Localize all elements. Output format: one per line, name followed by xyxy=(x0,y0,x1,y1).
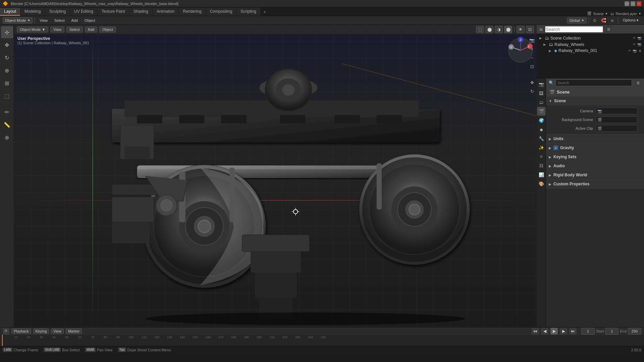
playback-menu[interactable]: Playback xyxy=(11,328,31,334)
units-section-header[interactable]: ▶ Units xyxy=(546,134,644,143)
properties-search-input[interactable] xyxy=(556,79,632,86)
snap-icon[interactable]: 🧲 xyxy=(600,17,607,24)
end-frame-input[interactable]: 250 xyxy=(628,328,641,335)
tab-scripting[interactable]: Scripting xyxy=(236,8,260,16)
next-frame-button[interactable]: ▶ xyxy=(560,328,567,335)
tab-rendering[interactable]: Rendering xyxy=(179,8,205,16)
background-scene-value[interactable]: 🎬 xyxy=(596,116,637,123)
scene-properties-icon[interactable]: 🎬 xyxy=(537,107,546,116)
scene-section-header[interactable]: ▼ Scene xyxy=(546,97,644,105)
view-menu[interactable]: View xyxy=(37,18,50,23)
rotate-tool[interactable]: ↻ xyxy=(1,52,13,64)
timeline-view-menu[interactable]: View xyxy=(51,328,64,334)
view-layer-properties-icon[interactable]: 🗂 xyxy=(537,98,546,107)
gravity-section-header[interactable]: ▶ ✓ Gravity xyxy=(546,143,644,152)
tab-layout[interactable]: Layout xyxy=(0,8,20,16)
render-layer-selector[interactable]: 🗂 RenderLayer ▼ xyxy=(610,12,641,16)
camera-value[interactable]: 📷 xyxy=(596,108,637,114)
move-tool[interactable]: ✥ xyxy=(1,39,13,51)
viewport-select-menu[interactable]: Select xyxy=(66,26,83,33)
scale-tool[interactable]: ⊕ xyxy=(1,64,13,76)
mesh-visibility[interactable]: 👁 xyxy=(628,49,631,53)
rotate-view-button[interactable]: ↻ xyxy=(528,87,536,95)
tab-compositing[interactable]: Compositing xyxy=(206,8,236,16)
outliner-search-input[interactable] xyxy=(545,26,603,33)
marker-menu[interactable]: Marker xyxy=(66,328,82,334)
collection-render[interactable]: 📷 xyxy=(637,43,641,46)
options-button[interactable]: Options ▾ xyxy=(620,17,641,23)
data-properties-icon[interactable]: 📊 xyxy=(537,170,546,179)
transform-orientation-dropdown[interactable]: Global ▼ xyxy=(567,17,587,23)
scene-collection-visibility[interactable]: 👁 xyxy=(633,36,636,40)
viewport-view-menu[interactable]: View xyxy=(50,26,64,33)
add-tool[interactable]: ⊕ xyxy=(1,131,13,143)
timeline-type-icon[interactable]: ⏱ xyxy=(3,328,9,335)
viewport-shading-material[interactable]: ◑ xyxy=(495,26,503,33)
tab-animation[interactable]: Animation xyxy=(153,8,178,16)
constraints-properties-icon[interactable]: ⛓ xyxy=(537,161,546,170)
jump-end-button[interactable]: ⏭ xyxy=(569,328,577,335)
render-properties-icon[interactable]: 📷 xyxy=(537,80,546,88)
object-properties-icon[interactable]: ◆ xyxy=(537,125,546,134)
keying-sets-header[interactable]: ▶ Keying Sets xyxy=(546,153,644,161)
select-box-tool[interactable]: ⬚ xyxy=(1,90,13,102)
frame-all-button[interactable]: ⊡ xyxy=(528,62,536,70)
add-workspace-button[interactable]: + xyxy=(261,8,269,16)
annotate-tool[interactable]: ✏ xyxy=(1,106,13,118)
minimize-button[interactable]: — xyxy=(625,1,629,6)
current-frame-input[interactable]: 1 xyxy=(581,328,595,335)
viewport[interactable]: Object Mode ▼ View Select Add Object ⬚ ⬤… xyxy=(14,25,537,327)
prev-frame-button[interactable]: ◀ xyxy=(541,328,548,335)
viewport-add-menu[interactable]: Add xyxy=(85,26,98,33)
modifier-properties-icon[interactable]: 🔧 xyxy=(537,134,546,143)
add-menu[interactable]: Add xyxy=(69,18,81,23)
tab-shading[interactable]: Shading xyxy=(129,8,152,16)
outliner-filter-icon[interactable]: ☰ xyxy=(605,26,612,33)
outliner-railway-wheels-001[interactable]: ▶ ◆ Railway_Wheels_001 👁 📷 ⊗ xyxy=(537,48,644,54)
zoom-out-button[interactable]: − xyxy=(528,54,536,62)
close-button[interactable]: × xyxy=(637,1,641,6)
timeline-content[interactable]: 10 20 30 40 50 60 70 80 90 100 110 120 1… xyxy=(0,335,644,346)
cursor-tool[interactable]: ⊹ xyxy=(1,26,13,38)
object-menu[interactable]: Object xyxy=(82,18,98,23)
scene-selector[interactable]: 🎬 Scene ▼ xyxy=(587,11,608,16)
select-menu[interactable]: Select xyxy=(52,18,67,23)
zoom-in-button[interactable]: + xyxy=(528,45,536,53)
viewport-mode-button[interactable]: Object Mode ▼ xyxy=(17,26,48,33)
viewport-xray-toggle[interactable]: ⊡ xyxy=(526,26,534,33)
mesh-restrict[interactable]: ⊗ xyxy=(639,49,641,53)
measure-tool[interactable]: 📏 xyxy=(1,119,13,131)
play-button[interactable]: ▶ xyxy=(550,328,558,335)
viewport-shading-rendered[interactable]: ⬤ xyxy=(504,26,512,33)
outliner-railway-wheels-collection[interactable]: ▶ 🗂 Railway_Wheels 👁 📷 xyxy=(537,41,644,48)
collection-visibility[interactable]: 👁 xyxy=(633,43,636,46)
active-clip-value[interactable]: 🎬 xyxy=(596,125,637,132)
keying-menu[interactable]: Keying xyxy=(33,328,49,334)
move-view-button[interactable]: ✥ xyxy=(528,78,536,86)
scene-collection-render[interactable]: 📷 xyxy=(637,36,641,40)
physics-properties-icon[interactable]: ⚛ xyxy=(537,152,546,161)
jump-start-button[interactable]: ⏮ xyxy=(532,328,539,335)
transform-tool[interactable]: ⊞ xyxy=(1,77,13,89)
proportional-edit-icon[interactable]: ⊎ xyxy=(608,17,616,24)
outliner-scene-collection[interactable]: ▶ 🗂 Scene Collection 👁 📷 xyxy=(537,35,644,41)
viewport-shading-wireframe[interactable]: ⬚ xyxy=(476,26,484,33)
custom-properties-header[interactable]: ▶ Custom Properties xyxy=(546,180,644,188)
viewport-object-menu[interactable]: Object xyxy=(99,26,116,33)
world-properties-icon[interactable]: 🌍 xyxy=(537,116,546,125)
viewport-shading-solid[interactable]: ⬤ xyxy=(485,26,493,33)
mesh-render[interactable]: 📷 xyxy=(633,49,637,53)
tab-modeling[interactable]: Modeling xyxy=(20,8,45,16)
mode-select-dropdown[interactable]: Object Mode ▼ xyxy=(3,17,33,23)
rigid-body-world-header[interactable]: ▶ Rigid Body World xyxy=(546,171,644,179)
viewport-overlay-toggle[interactable]: 👁 xyxy=(517,26,525,33)
tab-uv-editing[interactable]: UV Editing xyxy=(70,8,97,16)
particles-properties-icon[interactable]: ✨ xyxy=(537,143,546,152)
pivot-point-icon[interactable]: ⊙ xyxy=(591,17,598,24)
output-properties-icon[interactable]: 🖼 xyxy=(537,89,546,98)
maximize-button[interactable]: □ xyxy=(631,1,635,6)
start-frame-input[interactable]: 1 xyxy=(605,328,619,335)
material-properties-icon[interactable]: 🎨 xyxy=(537,179,546,188)
audio-section-header[interactable]: ▶ Audio xyxy=(546,162,644,170)
props-filter-button[interactable]: ☰ xyxy=(635,79,641,86)
